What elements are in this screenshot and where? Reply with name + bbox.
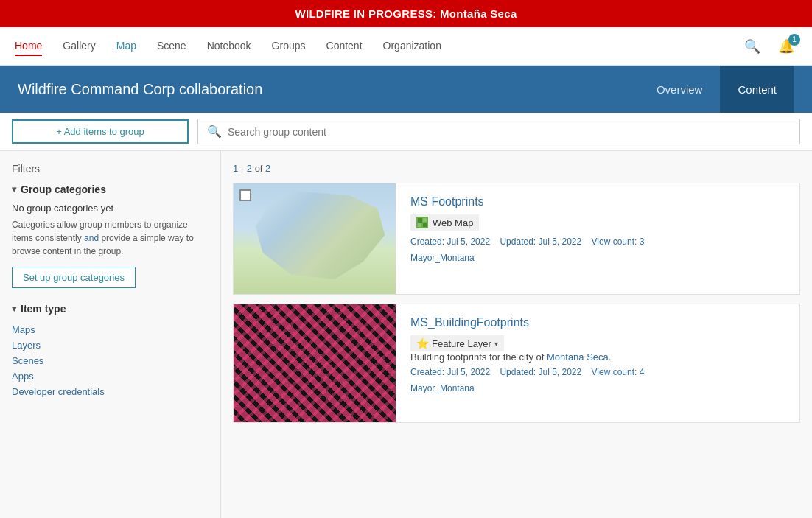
item-details-ms-footprints: MS Footprints Web Map Created: (396, 183, 799, 294)
sidebar: Filters ▾ Group categories No group cate… (0, 151, 221, 518)
nav-home[interactable]: Home (15, 37, 42, 56)
chevron-down-icon: ▾ (494, 340, 498, 348)
svg-rect-1 (418, 218, 422, 223)
svg-rect-2 (423, 218, 427, 222)
nav-links: Home Gallery Map Scene Notebook Groups C… (15, 37, 741, 56)
tab-content[interactable]: Content (720, 66, 794, 113)
content-area: 1 - 2 of 2 MS Footprints (221, 151, 812, 518)
main-layout: Filters ▾ Group categories No group cate… (0, 151, 812, 518)
filter-maps[interactable]: Maps (12, 322, 209, 337)
nav-content[interactable]: Content (326, 37, 363, 56)
created-date: Jul 5, 2022 (447, 367, 490, 377)
item-type-section: ▾ Item type Maps Layers Scenes Apps Deve… (12, 303, 209, 399)
notifications-button[interactable]: 🔔 1 (775, 35, 797, 57)
results-count: 1 - 2 of 2 (233, 163, 800, 174)
add-items-button[interactable]: + Add items to group (12, 119, 189, 144)
item-type-text: Feature Layer (432, 338, 491, 349)
group-title: Wildfire Command Corp collaboration (18, 81, 639, 98)
item-name[interactable]: MS_BuildingFootprints (410, 316, 785, 329)
filter-developer-credentials[interactable]: Developer credentials (12, 384, 209, 399)
toolbar: + Add items to group 🔍 (0, 113, 812, 151)
item-type-badge: Web Map (410, 214, 479, 231)
item-name[interactable]: MS Footprints (410, 195, 785, 209)
search-icon: 🔍 (207, 125, 222, 139)
svg-rect-4 (423, 223, 427, 227)
table-row: MS Footprints Web Map Created: (233, 183, 800, 295)
map-preview (234, 183, 396, 294)
no-categories-title: No group categories yet (12, 203, 209, 214)
item-owner[interactable]: Mayor_Montana (410, 253, 785, 263)
group-categories-label: Group categories (21, 183, 106, 195)
feature-layer-icon: ⭐ (416, 337, 429, 349)
search-input[interactable] (228, 126, 791, 138)
chevron-down-icon: ▾ (12, 304, 16, 314)
nav-groups[interactable]: Groups (272, 37, 306, 56)
item-thumbnail-ms-building (234, 304, 396, 422)
item-meta: Created: Jul 5, 2022 Updated: Jul 5, 202… (410, 237, 785, 247)
results-total: 2 (265, 163, 270, 174)
nav-gallery[interactable]: Gallery (63, 37, 95, 56)
item-type-text: Web Map (433, 217, 473, 228)
updated-date: Jul 5, 2022 (538, 367, 581, 377)
group-header: Wildfire Command Corp collaboration Over… (0, 66, 812, 113)
item-type-header[interactable]: ▾ Item type (12, 303, 209, 315)
updated-date: Jul 5, 2022 (538, 237, 581, 247)
item-type-label: Item type (21, 303, 66, 315)
results-range-start: 1 (233, 163, 238, 174)
view-count-label: View count: (592, 367, 637, 377)
nav-notebook[interactable]: Notebook (207, 37, 251, 56)
search-box: 🔍 (197, 119, 800, 144)
search-icon: 🔍 (744, 39, 760, 54)
created-label: Created: (410, 367, 444, 377)
view-count: 3 (640, 237, 645, 247)
view-count: 4 (640, 367, 645, 377)
item-owner[interactable]: Mayor_Montana (410, 383, 785, 393)
no-categories-desc: Categories allow group members to organi… (12, 218, 209, 258)
search-button[interactable]: 🔍 (741, 35, 763, 57)
web-map-icon (416, 217, 428, 228)
updated-label: Updated: (500, 367, 536, 377)
filter-apps[interactable]: Apps (12, 368, 209, 384)
alert-text: WILDFIRE IN PROGRESS: Montaña Seca (295, 7, 517, 20)
building-preview (234, 304, 396, 422)
item-meta: Created: Jul 5, 2022 Updated: Jul 5, 202… (410, 367, 785, 377)
table-row: MS_BuildingFootprints ⭐ Feature Layer ▾ … (233, 304, 800, 423)
results-range-end: 2 (247, 163, 252, 174)
notification-badge: 1 (788, 34, 800, 46)
filter-layers[interactable]: Layers (12, 337, 209, 353)
item-checkbox[interactable] (239, 189, 251, 201)
setup-group-categories-button[interactable]: Set up group categories (12, 267, 136, 288)
view-count-label: View count: (592, 237, 637, 247)
group-categories-header[interactable]: ▾ Group categories (12, 183, 209, 195)
item-details-ms-building: MS_BuildingFootprints ⭐ Feature Layer ▾ … (396, 304, 799, 422)
created-date: Jul 5, 2022 (447, 237, 490, 247)
group-categories-section: ▾ Group categories No group categories y… (12, 183, 209, 288)
chevron-down-icon: ▾ (12, 184, 16, 195)
item-thumbnail-ms-footprints (234, 183, 396, 294)
nav-icons: 🔍 🔔 1 (741, 35, 797, 57)
svg-rect-3 (418, 223, 421, 227)
tab-overview[interactable]: Overview (639, 66, 721, 113)
nav-scene[interactable]: Scene (157, 37, 186, 56)
updated-label: Updated: (500, 237, 536, 247)
item-type-badge[interactable]: ⭐ Feature Layer ▾ (410, 335, 504, 351)
group-tabs: Overview Content (639, 66, 794, 113)
nav-map[interactable]: Map (116, 37, 136, 56)
nav-organization[interactable]: Organization (383, 37, 441, 56)
filters-title: Filters (12, 163, 209, 175)
item-description: Building footprints for the city of Mont… (410, 351, 785, 363)
top-nav: Home Gallery Map Scene Notebook Groups C… (0, 27, 812, 66)
filter-scenes[interactable]: Scenes (12, 353, 209, 368)
alert-banner: WILDFIRE IN PROGRESS: Montaña Seca (0, 0, 812, 27)
created-label: Created: (410, 237, 444, 247)
